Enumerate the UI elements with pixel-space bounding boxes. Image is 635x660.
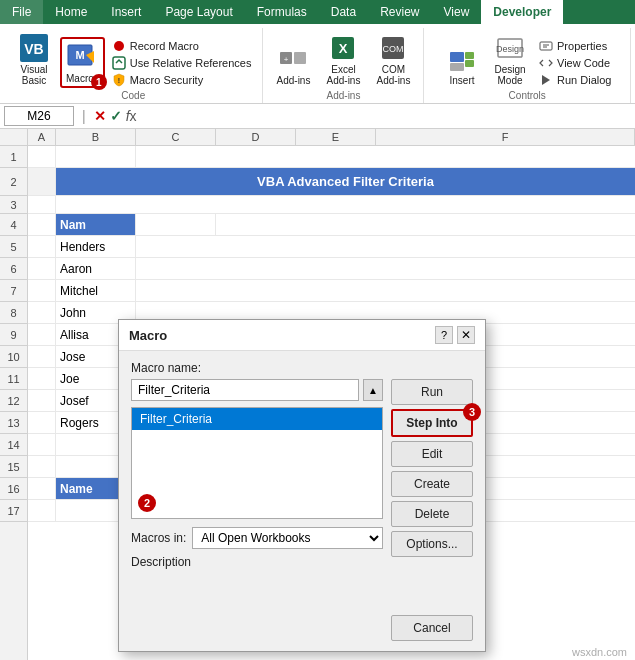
col-header-e[interactable]: E bbox=[296, 129, 376, 145]
cell-7c[interactable] bbox=[136, 280, 635, 301]
addins-button[interactable]: + Add-ins bbox=[271, 41, 315, 88]
cell-2-title[interactable]: VBA Advanced Filter Criteria bbox=[56, 168, 635, 195]
cell-4d[interactable] bbox=[216, 214, 635, 235]
macro-dialog: Macro ? ✕ Macro name: ▲ bbox=[118, 319, 486, 652]
tab-developer[interactable]: Developer bbox=[481, 0, 563, 24]
excel-addins-button[interactable]: X ExcelAdd-ins bbox=[321, 30, 365, 88]
design-mode-button[interactable]: Design DesignMode bbox=[488, 30, 532, 88]
tab-data[interactable]: Data bbox=[319, 0, 368, 24]
run-dialog-label: Run Dialog bbox=[557, 74, 611, 86]
cell-7a[interactable] bbox=[28, 280, 56, 301]
formula-fx-icon[interactable]: fx bbox=[126, 108, 137, 124]
svg-text:VB: VB bbox=[24, 41, 43, 57]
view-code-button[interactable]: View Code bbox=[536, 55, 614, 71]
svg-text:!: ! bbox=[118, 77, 120, 84]
cell-8a[interactable] bbox=[28, 302, 56, 323]
cell-13a[interactable] bbox=[28, 412, 56, 433]
ribbon-group-addins: + Add-ins X ExcelAdd-ins bbox=[263, 28, 424, 103]
cell-16a[interactable] bbox=[28, 478, 56, 499]
relative-ref-icon bbox=[112, 56, 126, 70]
cell-1b[interactable] bbox=[56, 146, 136, 167]
run-dialog-button[interactable]: Run Dialog bbox=[536, 72, 614, 88]
properties-button[interactable]: Properties bbox=[536, 38, 614, 54]
col-header-row bbox=[0, 129, 28, 145]
col-header-d[interactable]: D bbox=[216, 129, 296, 145]
col-header-c[interactable]: C bbox=[136, 129, 216, 145]
macro-name-input[interactable] bbox=[131, 379, 359, 401]
tab-review[interactable]: Review bbox=[368, 0, 431, 24]
col-header-f[interactable]: F bbox=[376, 129, 635, 145]
view-code-icon bbox=[539, 56, 553, 70]
row-num-13: 13 bbox=[0, 412, 27, 434]
formula-input[interactable] bbox=[141, 107, 631, 125]
dialog-title: Macro bbox=[129, 328, 167, 343]
visual-basic-button[interactable]: VB VisualBasic bbox=[12, 30, 56, 88]
formula-x-icon[interactable]: ✕ bbox=[94, 108, 106, 124]
dialog-body: Macro name: ▲ Filter_Criteria bbox=[119, 351, 485, 611]
insert-button[interactable]: Insert bbox=[440, 41, 484, 88]
col-header-a[interactable]: A bbox=[28, 129, 56, 145]
com-addins-button[interactable]: COM COMAdd-ins bbox=[371, 30, 415, 88]
macro-list[interactable]: Filter_Criteria 2 bbox=[131, 407, 383, 519]
cell-reference[interactable] bbox=[4, 106, 74, 126]
tab-formulas[interactable]: Formulas bbox=[245, 0, 319, 24]
cell-11a[interactable] bbox=[28, 368, 56, 389]
cell-2a[interactable] bbox=[28, 168, 56, 195]
macro-name-input-row: ▲ bbox=[131, 379, 383, 401]
row-num-17: 17 bbox=[0, 500, 27, 522]
edit-button[interactable]: Edit bbox=[391, 441, 473, 467]
cell-4a[interactable] bbox=[28, 214, 56, 235]
dialog-title-bar: Macro ? ✕ bbox=[119, 320, 485, 351]
cell-15a[interactable] bbox=[28, 456, 56, 477]
cell-5b[interactable]: Henders bbox=[56, 236, 136, 257]
col-header-b[interactable]: B bbox=[56, 129, 136, 145]
svg-text:X: X bbox=[339, 41, 348, 56]
dialog-help-button[interactable]: ? bbox=[435, 326, 453, 344]
macro-scroll-button[interactable]: ▲ bbox=[363, 379, 383, 401]
tab-view[interactable]: View bbox=[432, 0, 482, 24]
delete-button[interactable]: Delete bbox=[391, 501, 473, 527]
cell-14a[interactable] bbox=[28, 434, 56, 455]
macros-in-select[interactable]: All Open Workbooks This Workbook bbox=[192, 527, 383, 549]
relative-references-button[interactable]: Use Relative References bbox=[109, 55, 255, 71]
run-button[interactable]: Run bbox=[391, 379, 473, 405]
formula-check-icon[interactable]: ✓ bbox=[110, 108, 122, 124]
cell-9a[interactable] bbox=[28, 324, 56, 345]
cell-10a[interactable] bbox=[28, 346, 56, 367]
cell-5c[interactable] bbox=[136, 236, 635, 257]
cell-3bc[interactable] bbox=[56, 196, 635, 213]
macros-badge: 1 bbox=[91, 74, 107, 90]
cell-4c[interactable] bbox=[136, 214, 216, 235]
ribbon-group-code: VB VisualBasic M bbox=[4, 28, 263, 103]
cell-5a[interactable] bbox=[28, 236, 56, 257]
row-num-6: 6 bbox=[0, 258, 27, 280]
cell-7b[interactable]: Mitchel bbox=[56, 280, 136, 301]
svg-rect-17 bbox=[465, 52, 474, 59]
cell-1c[interactable] bbox=[136, 146, 635, 167]
macro-list-item-selected[interactable]: Filter_Criteria bbox=[132, 408, 382, 430]
row-num-12: 12 bbox=[0, 390, 27, 412]
cell-3a[interactable] bbox=[28, 196, 56, 213]
create-button[interactable]: Create bbox=[391, 471, 473, 497]
row-num-15: 15 bbox=[0, 456, 27, 478]
code-group-content: VB VisualBasic M bbox=[12, 30, 254, 88]
cell-6c[interactable] bbox=[136, 258, 635, 279]
cancel-button[interactable]: Cancel bbox=[391, 615, 473, 641]
cell-1a[interactable] bbox=[28, 146, 56, 167]
cell-12a[interactable] bbox=[28, 390, 56, 411]
cell-6b[interactable]: Aaron bbox=[56, 258, 136, 279]
ribbon-content: VB VisualBasic M bbox=[0, 24, 635, 104]
record-macro-button[interactable]: Record Macro bbox=[109, 38, 255, 54]
tab-page-layout[interactable]: Page Layout bbox=[153, 0, 244, 24]
cell-4b[interactable]: Nam bbox=[56, 214, 136, 235]
cell-17a[interactable] bbox=[28, 500, 56, 521]
step-into-button[interactable]: Step Into bbox=[391, 409, 473, 437]
dialog-close-button[interactable]: ✕ bbox=[457, 326, 475, 344]
tab-file[interactable]: File bbox=[0, 0, 43, 24]
macro-security-button[interactable]: ! Macro Security bbox=[109, 72, 255, 88]
watermark: wsxdn.com bbox=[572, 646, 627, 658]
options-button[interactable]: Options... bbox=[391, 531, 473, 557]
tab-insert[interactable]: Insert bbox=[99, 0, 153, 24]
tab-home[interactable]: Home bbox=[43, 0, 99, 24]
cell-6a[interactable] bbox=[28, 258, 56, 279]
